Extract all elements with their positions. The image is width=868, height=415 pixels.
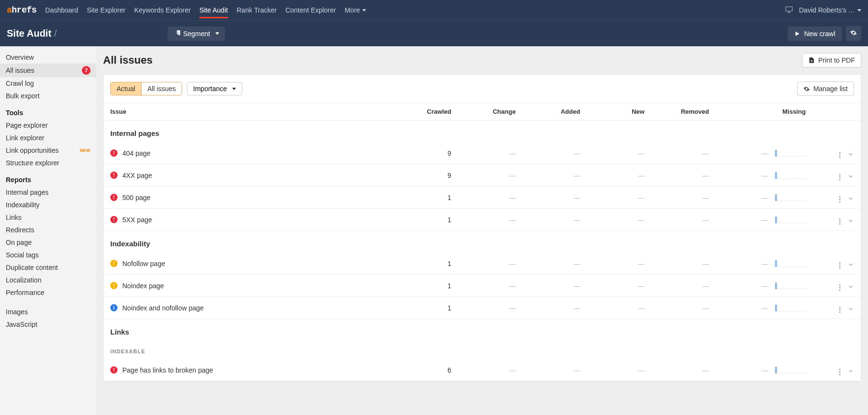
chevron-down-icon[interactable] — [847, 283, 854, 292]
issue-row[interactable]: !Page has links to broken page6————— — [104, 359, 861, 381]
chevron-down-icon[interactable] — [847, 217, 854, 226]
col-added[interactable]: Added — [523, 103, 587, 120]
issue-name: Nofollow page — [122, 260, 165, 268]
nav-item-rank-tracker[interactable]: Rank Tracker — [237, 0, 276, 20]
logo[interactable]: ahrefs — [7, 5, 37, 15]
sidebar-item-duplicate-content[interactable]: Duplicate content — [0, 261, 96, 274]
badge: 7 — [82, 66, 91, 75]
col-actions — [813, 103, 861, 120]
chevron-down-icon[interactable] — [847, 261, 854, 269]
empty-value: — — [573, 260, 580, 268]
new-crawl-button[interactable]: New crawl — [788, 27, 842, 41]
manage-list-button[interactable]: Manage list — [797, 81, 854, 96]
error-icon: ! — [110, 366, 118, 374]
issue-name: 500 page — [122, 194, 150, 201]
importance-filter[interactable]: Importance — [187, 82, 242, 95]
sidebar-item-social-tags[interactable]: Social tags — [0, 249, 96, 261]
issue-name: 5XX page — [122, 216, 152, 224]
kebab-icon[interactable] — [839, 218, 841, 225]
nav-item-site-explorer[interactable]: Site Explorer — [87, 0, 125, 20]
col-change[interactable]: Change — [458, 103, 523, 120]
sidebar-item-overview[interactable]: Overview — [0, 51, 96, 64]
kebab-icon[interactable] — [839, 307, 841, 313]
breadcrumb-sep: / — [54, 28, 57, 39]
kebab-icon[interactable] — [839, 284, 841, 291]
pie-icon — [173, 30, 180, 37]
sidebar-heading-tools: Tools — [0, 102, 96, 119]
issue-name: 404 page — [122, 149, 150, 157]
issue-row[interactable]: iNoindex and nofollow page1————— — [104, 297, 861, 319]
kebab-icon[interactable] — [839, 174, 841, 180]
col-new[interactable]: New — [587, 103, 651, 120]
sparkline — [773, 193, 806, 202]
seg-actual[interactable]: Actual — [111, 82, 141, 95]
sidebar-item-crawl-log[interactable]: Crawl log — [0, 77, 96, 90]
sidebar-item-page-explorer[interactable]: Page explorer — [0, 119, 96, 132]
sidebar-item-label: Page explorer — [6, 121, 48, 129]
sidebar-item-label: Performance — [6, 289, 44, 296]
chevron-down-icon[interactable] — [847, 195, 854, 203]
kebab-icon[interactable] — [839, 196, 841, 202]
kebab-icon[interactable] — [839, 369, 841, 375]
breadcrumb: Site Audit / — [7, 28, 57, 39]
issues-table: IssueCrawledChangeAddedNewRemovedMissing… — [104, 103, 861, 381]
empty-value: — — [509, 172, 516, 179]
sidebar-item-label: Crawl log — [6, 80, 34, 87]
sidebar-item-label: All issues — [6, 67, 34, 74]
nav-item-more[interactable]: More — [344, 0, 366, 20]
chevron-down-icon[interactable] — [847, 306, 854, 314]
sidebar-item-localization[interactable]: Localization — [0, 274, 96, 286]
chevron-down-icon[interactable] — [847, 173, 854, 181]
caret-down-icon — [232, 88, 236, 90]
col-issue[interactable]: Issue — [104, 103, 394, 120]
sidebar-item-all-issues[interactable]: All issues7 — [0, 64, 96, 77]
sidebar-item-label: Structure explorer — [6, 159, 59, 167]
sidebar-item-links[interactable]: Links — [0, 211, 96, 224]
col-missing[interactable]: Missing — [716, 103, 813, 120]
empty-value: — — [702, 194, 709, 201]
sidebar-item-link-opportunities[interactable]: Link opportunitiesNEW — [0, 144, 96, 157]
settings-button[interactable] — [846, 26, 861, 41]
empty-value: — — [573, 194, 580, 201]
sidebar-item-link-explorer[interactable]: Link explorer — [0, 132, 96, 144]
crawled-value: 1 — [394, 253, 458, 275]
chevron-down-icon[interactable] — [847, 151, 854, 159]
monitor-icon[interactable] — [785, 5, 793, 15]
sidebar-item-bulk-export[interactable]: Bulk export — [0, 90, 96, 102]
issue-row[interactable]: !Noindex page1————— — [104, 275, 861, 297]
breadcrumb-root[interactable]: Site Audit — [7, 28, 52, 39]
col-removed[interactable]: Removed — [651, 103, 716, 120]
sidebar-item-internal-pages[interactable]: Internal pages — [0, 186, 96, 199]
user-menu[interactable]: David Roberts's … — [799, 6, 861, 14]
sidebar-item-images[interactable]: Images — [0, 306, 96, 318]
kebab-icon[interactable] — [839, 262, 841, 268]
kebab-icon[interactable] — [839, 152, 841, 158]
empty-value: — — [573, 304, 580, 312]
issue-row[interactable]: !4XX page9————— — [104, 164, 861, 187]
nav-item-keywords-explorer[interactable]: Keywords Explorer — [134, 0, 191, 20]
col-crawled[interactable]: Crawled — [394, 103, 458, 120]
group-title: Indexability — [104, 231, 861, 253]
print-pdf-button[interactable]: Print to PDF — [802, 53, 861, 67]
issue-row[interactable]: !500 page1————— — [104, 187, 861, 209]
nav-item-site-audit[interactable]: Site Audit — [199, 0, 228, 20]
segment-button[interactable]: Segment — [168, 27, 225, 41]
chevron-down-icon[interactable] — [847, 368, 854, 376]
sidebar-item-label: Internal pages — [6, 188, 49, 196]
empty-value: — — [762, 366, 768, 374]
sidebar-item-structure-explorer[interactable]: Structure explorer — [0, 157, 96, 169]
nav-item-content-explorer[interactable]: Content Explorer — [285, 0, 336, 20]
sidebar-item-javascript[interactable]: JavaScript — [0, 318, 96, 331]
sidebar-item-on-page[interactable]: On page — [0, 236, 96, 249]
new-badge: NEW — [80, 148, 91, 153]
crawled-value: 1 — [394, 297, 458, 319]
issue-row[interactable]: !Nofollow page1————— — [104, 253, 861, 275]
sidebar-item-performance[interactable]: Performance — [0, 286, 96, 299]
sidebar-item-indexability[interactable]: Indexability — [0, 199, 96, 211]
issue-row[interactable]: !5XX page1————— — [104, 209, 861, 231]
seg-all-issues[interactable]: All issues — [141, 82, 182, 95]
nav-item-dashboard[interactable]: Dashboard — [45, 0, 79, 20]
crawled-value: 6 — [394, 359, 458, 381]
issue-row[interactable]: !404 page9————— — [104, 142, 861, 164]
sidebar-item-redirects[interactable]: Redirects — [0, 224, 96, 236]
